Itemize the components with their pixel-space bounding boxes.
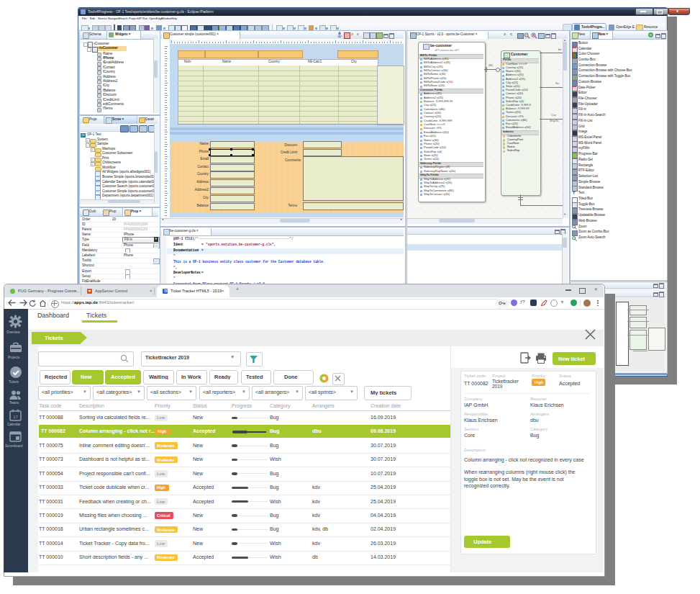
- svg-text:17: 17: [13, 415, 18, 419]
